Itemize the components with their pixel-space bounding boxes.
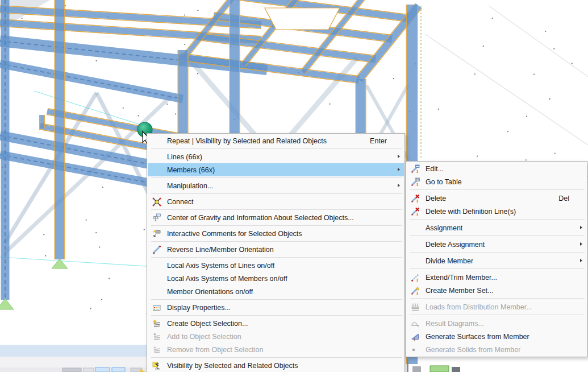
menu-item-connect[interactable]: Connect [148, 195, 404, 208]
menu-item-label: Generate Surfaces from Member [426, 333, 529, 341]
svg-text:I: I [414, 337, 416, 341]
menu-item-delete-with-definition-line-s[interactable]: IDelete with Definition Line(s) [406, 205, 586, 218]
edit-member-icon: I [409, 164, 422, 173]
menu-item-assignment[interactable]: Assignment [406, 221, 586, 234]
lower-band [0, 357, 147, 367]
menu-item-label: Assignment [426, 224, 462, 232]
submenu-arrow-icon [580, 242, 582, 246]
toolbar-button-active[interactable] [112, 367, 125, 372]
bottom-toolbar[interactable] [0, 367, 147, 372]
reverse-orientation-icon [151, 245, 163, 254]
menu-separator [410, 298, 585, 299]
menu-item-manipulation[interactable]: Manipulation... [148, 179, 404, 192]
svg-text:I: I [416, 278, 418, 282]
menu-item-label: Delete Assignment [426, 241, 485, 249]
ground-beam-band [0, 345, 147, 357]
icon-spacer [151, 274, 163, 283]
menu-separator [410, 268, 585, 269]
icon-spacer [151, 261, 163, 270]
menu-separator [151, 177, 402, 178]
menu-item-edit[interactable]: IEdit... [406, 162, 586, 175]
visibility-icon [151, 361, 163, 370]
icon-spacer [409, 240, 422, 249]
menu-separator [151, 209, 402, 210]
generate-solids-icon [409, 345, 422, 354]
toolbar-button[interactable] [84, 368, 94, 372]
svg-text:I: I [416, 170, 418, 173]
menu-item-label: Extend/Trim Member... [426, 274, 497, 282]
menu-item-label: Visibility by Selected and Related Objec… [167, 362, 298, 370]
svg-text:I: I [416, 183, 418, 187]
menu-item-add-to-object-selection: Add to Object Selection [148, 330, 404, 343]
menu-separator [410, 252, 585, 253]
loads-from-distribution-member-icon [409, 303, 422, 312]
menu-item-repeat-visibility-by-selected-and-related-[interactable]: Repeat | Visibility by Selected and Rela… [148, 134, 404, 147]
menu-item-label: Edit... [426, 165, 444, 173]
menu-item-lines-66x[interactable]: Lines (66x) [148, 150, 404, 163]
delete-member-icon: I [409, 194, 422, 203]
icon-spacer [151, 181, 163, 191]
svg-text:I: I [416, 291, 418, 295]
submenu-arrow-icon [398, 184, 400, 187]
menu-item-create-object-selection[interactable]: Create Object Selection... [148, 317, 404, 330]
menu-item-extend-trim-member[interactable]: IExtend/Trim Member... [406, 271, 586, 284]
menu-item-label: Center of Gravity and Information About … [167, 214, 354, 222]
menu-item-label: Connect [167, 198, 194, 206]
toolbar-button-active[interactable] [95, 367, 110, 372]
menu-item-local-axis-systems-of-lines-on-off[interactable]: Local Axis Systems of Lines on/off [148, 259, 404, 272]
menu-item-generate-surfaces-from-member[interactable]: IGenerate Surfaces from Member [406, 330, 586, 343]
remove-from-object-selection-icon [151, 345, 163, 354]
menu-item-label: Interactive Comments for Selected Object… [167, 230, 302, 238]
menu-separator [151, 257, 402, 258]
display-properties-icon [151, 303, 163, 312]
menu-item-label: Create Object Selection... [167, 320, 248, 328]
menu-item-label: Generate Solids from Member [426, 346, 520, 354]
submenu-arrow-icon [398, 168, 400, 171]
menu-item-delete[interactable]: IDeleteDel [406, 192, 586, 205]
shortcut-label: Del [558, 195, 586, 202]
menu-item-local-axis-systems-of-members-on-off[interactable]: Local Axis Systems of Members on/off [148, 272, 404, 285]
menu-item-label: Divide Member [426, 257, 473, 265]
result-diagrams-icon [409, 319, 422, 328]
menu-separator [410, 315, 585, 315]
add-to-object-selection-icon [151, 332, 163, 341]
menu-item-label: Reverse Line/Member Orientation [167, 246, 274, 254]
menu-item-divide-member[interactable]: Divide Member [406, 254, 586, 267]
toolbar-button[interactable] [62, 368, 81, 372]
menu-item-label: Result Diagrams... [426, 320, 484, 328]
statusbar-green-button[interactable] [430, 366, 449, 372]
menu-item-label: Display Properties... [167, 304, 231, 312]
main-context-menu: Repeat | Visibility by Selected and Rela… [147, 133, 405, 372]
submenu-arrow-icon [398, 155, 400, 158]
members-submenu: IEdit...IGo to TableIDeleteDelIDelete wi… [405, 161, 587, 357]
icon-spacer [409, 224, 422, 233]
menu-separator [151, 315, 402, 316]
menu-item-display-properties[interactable]: Display Properties... [148, 301, 404, 314]
menu-item-label: Local Axis Systems of Members on/off [167, 275, 287, 283]
menu-separator [151, 148, 402, 149]
menu-item-member-orientations-on-off[interactable]: Member Orientations on/off [148, 285, 404, 298]
menu-separator [410, 219, 585, 220]
icon-spacer [151, 137, 163, 146]
generate-surfaces-icon: I [409, 332, 422, 341]
menu-item-delete-assignment[interactable]: Delete Assignment [406, 238, 586, 251]
shortcut-label: Enter [370, 137, 404, 145]
menu-item-label: Delete with Definition Line(s) [426, 208, 516, 216]
menu-item-label: Delete [426, 195, 446, 202]
menu-separator [151, 193, 402, 194]
menu-item-label: Local Axis Systems of Lines on/off [167, 262, 274, 270]
menu-item-label: Go to Table [426, 178, 462, 186]
menu-item-members-66x[interactable]: Members (66x) [148, 163, 404, 176]
icon-spacer [151, 166, 163, 175]
menu-separator [151, 225, 402, 226]
menu-item-interactive-comments-for-selected-objects[interactable]: Interactive Comments for Selected Object… [148, 227, 404, 240]
menu-item-create-member-set[interactable]: ICreate Member Set... [406, 284, 586, 297]
menu-item-visibility-by-selected-and-related-objects[interactable]: Visibility by Selected and Related Objec… [148, 359, 404, 372]
svg-text:I: I [416, 199, 418, 203]
menu-item-center-of-gravity-and-information-about-se[interactable]: Center of Gravity and Information About … [148, 211, 404, 224]
menu-item-reverse-line-member-orientation[interactable]: Reverse Line/Member Orientation [148, 243, 404, 256]
statusbar-icon[interactable] [452, 367, 460, 372]
statusbar-icon[interactable] [412, 366, 421, 372]
menu-item-generate-solids-from-member: Generate Solids from Member [406, 343, 586, 356]
menu-item-go-to-table[interactable]: IGo to Table [406, 175, 586, 188]
